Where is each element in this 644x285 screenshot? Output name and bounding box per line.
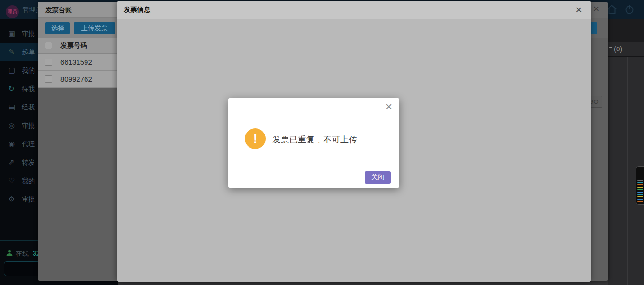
thumbnail-line: [637, 192, 643, 193]
row-checkbox[interactable]: [45, 59, 52, 66]
select-button[interactable]: 选择: [45, 22, 70, 34]
alert-dialog: × ! 发票已重复，不可上传 关闭: [228, 98, 399, 188]
upload-invoice-button[interactable]: 上传发票: [74, 22, 115, 34]
invoice-number-column-header: 发票号码: [60, 42, 87, 50]
agent-icon: ◉: [9, 140, 18, 148]
sidebar-item-label: 起草: [22, 48, 35, 57]
online-label: 在线: [16, 250, 29, 258]
sidebar-item-label: 我的: [22, 177, 35, 185]
alert-message: 发票已重复，不可上传: [272, 134, 357, 145]
invoice-number-cell: 66131592: [60, 58, 92, 66]
pending-icon: ↻: [9, 84, 18, 93]
preview-thumbnail[interactable]: [636, 166, 644, 205]
sidebar-item-label: 待我: [22, 85, 35, 93]
search-icon: ◎: [9, 121, 18, 130]
thumbnail-line: [637, 201, 643, 202]
sidebar-item[interactable]: ▤ 经我: [0, 98, 38, 117]
right-panel: (0): [608, 19, 644, 285]
sidebar-item-label: 我的: [22, 67, 35, 75]
sidebar-item[interactable]: ▣ 审批: [0, 25, 38, 43]
message-count-row[interactable]: (0): [608, 42, 644, 57]
sidebar-item[interactable]: ◎ 审批: [0, 117, 38, 135]
thumbnail-line: [637, 187, 643, 188]
avatar[interactable]: 理员: [6, 5, 19, 18]
forward-icon: ⇗: [9, 158, 18, 167]
sidebar: ▣ 审批 ✎ 起草 ▢ 我的 ↻ 待我: [0, 19, 38, 285]
close-icon[interactable]: ×: [382, 100, 396, 114]
badge-icon: ▣: [9, 29, 18, 38]
sidebar-item-label: 审批: [22, 195, 35, 204]
sidebar-item[interactable]: ♡ 我的: [0, 172, 38, 190]
copy-icon: ▢: [9, 66, 18, 75]
sidebar-item-label: 经我: [22, 103, 35, 112]
row-divider: [590, 88, 608, 88]
sidebar-item[interactable]: ◉ 代理: [0, 135, 38, 153]
power-icon[interactable]: [624, 4, 635, 15]
sidebar-item[interactable]: ✎ 起草: [0, 43, 38, 61]
thumbnail-line: [637, 196, 643, 197]
thumbnail-line: [637, 182, 643, 183]
sidebar-item-label: 审批: [22, 30, 35, 38]
warning-icon: !: [245, 128, 266, 149]
select-all-checkbox[interactable]: [45, 42, 52, 49]
info-title: 发票信息: [124, 6, 150, 14]
ledger-title: 发票台账: [45, 6, 72, 15]
draft-icon: ✎: [9, 48, 18, 56]
row-divider: [590, 71, 608, 71]
count-badge: (0): [614, 45, 622, 53]
person-icon: [6, 249, 13, 257]
invoice-number-cell: 80992762: [60, 75, 92, 83]
sidebar-item[interactable]: ↻ 待我: [0, 80, 38, 98]
sidebar-item[interactable]: ⇗ 转发: [0, 153, 38, 172]
right-panel-top-strip: [608, 19, 644, 42]
sidebar-item-label: 审批: [22, 122, 35, 130]
handled-icon: ▤: [9, 103, 18, 111]
sidebar-item-label: 转发: [22, 159, 35, 167]
doc-gear-icon: ⚙: [9, 195, 18, 203]
close-icon[interactable]: ×: [572, 3, 585, 17]
screen: 理员 管理员 (0) ▣ 审批: [0, 0, 644, 285]
thumbnail-line: [637, 194, 643, 195]
thumbnail-line: [637, 184, 643, 185]
info-titlebar: 发票信息: [117, 1, 591, 19]
close-button[interactable]: 关闭: [365, 171, 391, 184]
sidebar-menu: ▣ 审批 ✎ 起草 ▢ 我的 ↻ 待我: [0, 25, 38, 209]
panel-divider: [627, 57, 628, 285]
thumbnail-line: [637, 180, 643, 181]
row-checkbox[interactable]: [45, 75, 52, 83]
row-divider: [590, 54, 608, 54]
menu-fragment-icon: [609, 47, 612, 51]
sidebar-item[interactable]: ⚙ 审批: [0, 190, 38, 209]
sidebar-item[interactable]: ▢ 我的: [0, 61, 38, 80]
thumbnail-line: [637, 199, 643, 200]
sidebar-item-label: 代理: [22, 140, 35, 149]
close-icon[interactable]: ×: [591, 3, 602, 15]
heart-icon: ♡: [9, 176, 18, 185]
thumbnail-line: [637, 189, 643, 190]
